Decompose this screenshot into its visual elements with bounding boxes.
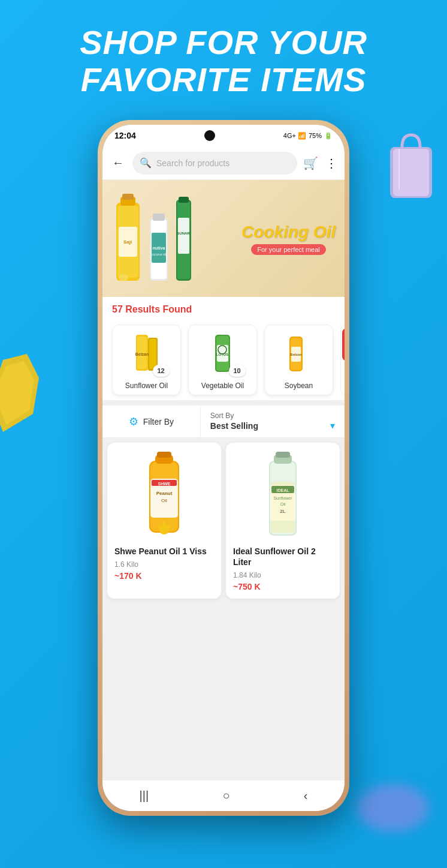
svg-rect-8: [122, 194, 134, 200]
bottom-nav: ||| ○ ‹: [102, 780, 345, 811]
filter-icon: ⚙: [129, 415, 138, 428]
nav-icons: 🛒 ⋮: [303, 156, 337, 170]
category-img-sunflower: Belzan 12: [123, 330, 171, 378]
filter-sort-bar: ⚙ Filter By Sort By Best Selling ▾: [102, 405, 345, 438]
svg-text:coconut oil: coconut oil: [152, 253, 166, 256]
battery-icon: 75%: [309, 132, 322, 139]
category-name-vegetable: Vegetable Oil: [194, 382, 252, 390]
category-card-vegetable[interactable]: LOTUS 10 Vegetable Oil: [188, 325, 257, 395]
svg-text:Belzan: Belzan: [290, 353, 302, 356]
phone-device: 12:04 4G+ 📶 75% 🔋 ← 🔍 Search for product…: [98, 120, 349, 816]
category-badge-sunflower: 12: [153, 365, 170, 377]
svg-text:Oil: Oil: [161, 498, 167, 503]
svg-text:nutiva: nutiva: [153, 246, 165, 250]
svg-rect-14: [153, 214, 165, 221]
category-name-sunflower: Sunflower Oil: [117, 382, 176, 390]
banner-title: Cooking Oil: [232, 223, 345, 242]
product-card-0[interactable]: SHWE Peanut Oil Shwe Pe: [107, 443, 221, 599]
category-img-vegetable: LOTUS 10: [199, 330, 247, 378]
banner-text: Cooking Oil For your perfect meal: [232, 223, 345, 255]
search-icon: 🔍: [140, 157, 152, 169]
status-time: 12:04: [114, 131, 136, 140]
category-scroll[interactable]: Belzan 12 Sunflower Oil: [102, 320, 345, 400]
product-bottle-ideal: IDEAL Sunflower Oil 2L: [262, 452, 304, 539]
mini-brand-card[interactable]: jolu: [340, 325, 345, 395]
category-img-soybean: Belzan: [275, 330, 323, 378]
back-button[interactable]: ←: [110, 154, 126, 172]
product-price-1: ~750 K: [233, 582, 333, 591]
oil-bottle-2: nutiva coconut oil: [147, 209, 171, 287]
product-grid: SHWE Peanut Oil Shwe Pe: [102, 438, 345, 603]
sort-button[interactable]: Sort By Best Selling ▾: [201, 406, 345, 437]
svg-rect-60: [271, 482, 295, 533]
results-header: 57 Results Found: [102, 297, 345, 320]
svg-text:Peanut: Peanut: [156, 491, 173, 496]
more-icon[interactable]: ⋮: [325, 156, 337, 170]
screen: 12:04 4G+ 📶 75% 🔋 ← 🔍 Search for product…: [102, 125, 345, 811]
product-weight-1: 1.84 Kilo: [233, 571, 333, 579]
status-bar: 12:04 4G+ 📶 75% 🔋: [102, 125, 345, 146]
nav-recents-button[interactable]: |||: [140, 789, 149, 803]
top-nav: ← 🔍 Search for products 🛒 ⋮: [102, 146, 345, 180]
svg-rect-26: [149, 339, 156, 369]
sort-value: Best Selling: [210, 421, 258, 431]
svg-rect-53: [276, 452, 290, 458]
bag-decoration: [381, 126, 441, 204]
svg-text:SHWE: SHWE: [158, 482, 171, 486]
oil-bottle-1: Saji: [111, 191, 144, 287]
search-bar[interactable]: 🔍 Search for products: [132, 152, 297, 175]
signal-icon: 4G+ 📶: [283, 132, 306, 140]
svg-text:SUNAR: SUNAR: [177, 232, 190, 235]
product-name-1: Ideal Sunflower Oil 2 Liter: [233, 546, 333, 567]
nav-home-button[interactable]: ○: [222, 789, 229, 803]
svg-rect-1: [393, 149, 429, 196]
camera-notch: [204, 130, 215, 141]
product-weight-0: 1.6 Kilo: [114, 560, 214, 569]
svg-text:Belzan: Belzan: [135, 352, 149, 356]
yellow-decoration: [0, 354, 45, 438]
category-card-sunflower[interactable]: Belzan 12 Sunflower Oil: [112, 325, 181, 395]
chevron-down-icon: ▾: [330, 420, 335, 431]
purple-decoration: [357, 784, 429, 832]
headline: SHOP FOR YOUR FAVORITE ITEMS: [0, 24, 447, 98]
banner-oils: Saji nutiva coconut oil: [102, 185, 232, 293]
category-name-soybean: Soybean: [270, 382, 328, 390]
filter-button[interactable]: ⚙ Filter By: [102, 406, 201, 437]
sort-label: Sort By: [210, 412, 335, 420]
search-placeholder: Search for products: [156, 158, 229, 168]
banner-subtitle: For your perfect meal: [251, 244, 326, 255]
svg-rect-20: [179, 197, 189, 203]
results-count: 57 Results Found: [112, 304, 192, 314]
product-name-0: Shwe Peanut Oil 1 Viss: [114, 546, 214, 557]
category-card-soybean[interactable]: Belzan Soybean: [264, 325, 333, 395]
oil-bottle-3: SUNAR: [173, 194, 194, 287]
product-img-0: SHWE Peanut Oil: [114, 450, 214, 540]
product-price-0: ~170 K: [114, 571, 214, 581]
status-icons: 4G+ 📶 75% 🔋: [283, 132, 333, 140]
svg-rect-40: [157, 452, 171, 458]
nav-back-button[interactable]: ‹: [304, 789, 308, 803]
category-badge-vegetable: 10: [229, 365, 246, 377]
svg-text:LOTUS: LOTUS: [216, 353, 228, 356]
scroll-content: 57 Results Found: [102, 297, 345, 780]
promo-banner: Saji nutiva coconut oil: [102, 180, 345, 297]
svg-point-11: [119, 274, 128, 281]
cart-icon[interactable]: 🛒: [303, 156, 318, 170]
svg-text:Saji: Saji: [123, 239, 132, 245]
product-card-1[interactable]: IDEAL Sunflower Oil 2L Ideal Sunflower O…: [226, 443, 340, 599]
product-img-1: IDEAL Sunflower Oil 2L: [233, 450, 333, 540]
filter-label: Filter By: [143, 417, 174, 427]
product-bottle-shwe: SHWE Peanut Oil: [137, 452, 191, 539]
svg-rect-21: [178, 218, 189, 254]
